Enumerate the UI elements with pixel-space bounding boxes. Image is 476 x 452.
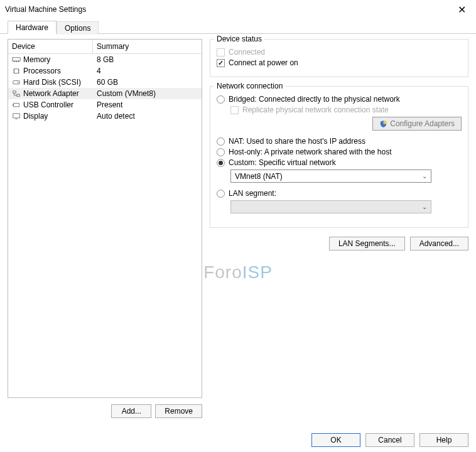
device-name: Display (23, 112, 48, 121)
ok-button[interactable]: OK (311, 433, 360, 447)
configure-adapters-button: Configure Adapters (372, 117, 462, 131)
svg-rect-12 (17, 94, 19, 97)
device-table: Device Summary Memory 8 GB Processors 4 … (8, 39, 202, 398)
custom-radio[interactable] (217, 159, 225, 167)
lan-radio[interactable] (217, 190, 225, 198)
custom-label: Custom: Specific virtual network (229, 158, 336, 167)
device-status-legend: Device status (214, 35, 264, 43)
connect-poweron-checkbox[interactable] (217, 59, 225, 67)
connected-checkbox (217, 48, 225, 56)
svg-rect-0 (13, 57, 20, 60)
lan-segments-button[interactable]: LAN Segments... (329, 237, 405, 250)
window-title: Virtual Machine Settings (5, 5, 86, 14)
device-summary: Present (93, 100, 202, 110)
svg-rect-4 (14, 68, 19, 73)
add-button[interactable]: Add... (111, 404, 151, 418)
device-name: Network Adapter (23, 89, 79, 98)
chevron-down-icon: ⌄ (422, 173, 427, 180)
column-summary[interactable]: Summary (93, 40, 202, 53)
table-row[interactable]: Memory 8 GB (8, 54, 202, 65)
custom-network-dropdown[interactable]: VMnet8 (NAT) ⌄ (230, 170, 431, 183)
svg-point-10 (18, 82, 19, 83)
device-name: Hard Disk (SCSI) (23, 78, 81, 87)
nat-radio[interactable] (217, 137, 225, 146)
svg-rect-3 (18, 61, 19, 62)
network-legend: Network connection (214, 82, 285, 90)
table-row[interactable]: Hard Disk (SCSI) 60 GB (8, 77, 202, 88)
svg-rect-1 (14, 61, 15, 62)
device-summary: 60 GB (93, 77, 202, 87)
table-row[interactable]: Display Auto detect (8, 110, 202, 122)
device-status-group: Device status Connected Connect at power… (210, 39, 468, 77)
tab-bar: Hardware Options (0, 20, 476, 34)
tab-options[interactable]: Options (57, 21, 99, 35)
svg-rect-15 (14, 103, 19, 106)
bridged-label: Bridged: Connected directly to the physi… (229, 95, 400, 104)
device-summary: Auto detect (93, 111, 202, 121)
svg-rect-9 (13, 80, 20, 83)
close-icon[interactable]: ✕ (454, 4, 470, 16)
configure-adapters-label: Configure Adapters (390, 119, 455, 128)
network-icon (12, 90, 21, 97)
custom-network-value: VMnet8 (NAT) (235, 172, 283, 181)
nat-label: NAT: Used to share the host's IP address (229, 137, 365, 146)
shield-icon (379, 120, 387, 128)
tab-hardware[interactable]: Hardware (8, 21, 57, 34)
device-summary: 8 GB (93, 55, 202, 65)
svg-rect-16 (13, 104, 14, 105)
device-summary: 4 (93, 66, 202, 76)
replicate-label: Replicate physical network connection st… (242, 105, 389, 114)
device-name: USB Controller (23, 100, 73, 109)
chevron-down-icon: ⌄ (422, 203, 427, 210)
svg-rect-11 (13, 90, 16, 93)
cancel-button[interactable]: Cancel (365, 433, 414, 447)
advanced-button[interactable]: Advanced... (410, 237, 468, 250)
bridged-radio[interactable] (217, 95, 225, 104)
display-icon (12, 112, 21, 120)
table-row[interactable]: USB Controller Present (8, 99, 202, 110)
device-name: Processors (23, 67, 61, 75)
column-device[interactable]: Device (8, 40, 93, 53)
cpu-icon (12, 67, 21, 75)
hostonly-label: Host-only: A private network shared with… (229, 148, 391, 156)
svg-rect-17 (13, 113, 20, 117)
table-row[interactable]: Network Adapter Custom (VMnet8) (8, 88, 202, 99)
connect-poweron-label: Connect at power on (229, 58, 298, 67)
lan-segment-dropdown: ⌄ (230, 200, 431, 213)
lan-label: LAN segment: (229, 189, 276, 198)
usb-icon (12, 101, 21, 109)
hostonly-radio[interactable] (217, 148, 225, 156)
disk-icon (12, 78, 21, 86)
memory-icon (12, 56, 21, 63)
device-summary: Custom (VMnet8) (93, 89, 202, 99)
replicate-checkbox (230, 106, 239, 114)
help-button[interactable]: Help (419, 433, 468, 447)
svg-rect-2 (16, 61, 17, 62)
remove-button[interactable]: Remove (155, 404, 202, 418)
network-connection-group: Network connection Bridged: Connected di… (210, 86, 468, 228)
device-name: Memory (23, 55, 50, 64)
table-row[interactable]: Processors 4 (8, 65, 202, 77)
connected-label: Connected (229, 48, 265, 56)
